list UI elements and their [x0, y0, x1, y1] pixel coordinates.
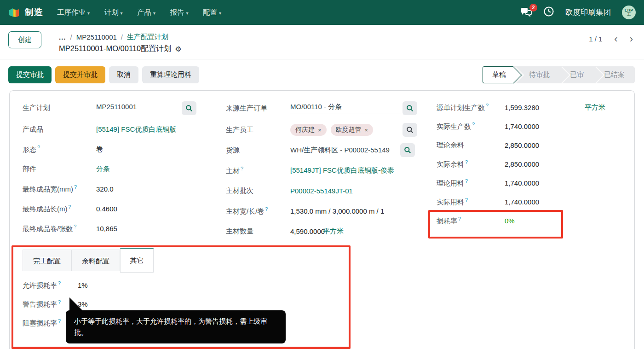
theoretical-usage-value: 1,740.0000	[505, 179, 539, 187]
pager-previous-icon[interactable]: ‹	[614, 35, 617, 43]
breadcrumb-current[interactable]: 生产配置计划	[127, 33, 168, 41]
field-production-plan: 生产计划 MP25110001	[23, 98, 196, 118]
help-icon[interactable]: ?	[465, 159, 468, 165]
help-icon[interactable]: ?	[74, 224, 76, 229]
source-mo-value[interactable]: MO/00110 - 分条	[290, 103, 401, 114]
help-icon[interactable]: ?	[472, 122, 475, 127]
field-component: 部件 分条	[23, 159, 196, 179]
create-button[interactable]: 创建	[8, 31, 41, 48]
theoretical-surplus-value: 2,850.0000	[505, 141, 539, 149]
status-pipeline: 草稿 待审批 已审 已结案	[483, 66, 635, 83]
submit-and-approve-button[interactable]: 提交并审批	[55, 66, 105, 83]
field-allowed-loss-rate: 允许损耗率? 1%	[23, 276, 345, 295]
employee-tag[interactable]: 何庆建×	[290, 124, 327, 136]
caret-down-icon: ▾	[186, 11, 188, 16]
help-icon[interactable]: ?	[458, 216, 461, 221]
help-icon[interactable]: ?	[465, 197, 468, 203]
company-name[interactable]: 欧度印刷集团	[565, 7, 611, 17]
gear-icon[interactable]: ⚙	[175, 45, 181, 53]
field-source-location: 货源 WH/生产领料区 - P00002-55149	[226, 140, 417, 160]
breadcrumb-separator: /	[70, 33, 72, 41]
app-name[interactable]: 制造	[25, 6, 43, 18]
help-icon[interactable]: ?	[74, 184, 77, 190]
recompute-theoretical-usage-button[interactable]: 重算理论用料	[142, 66, 199, 83]
notebook-tabs: 完工配置 余料配置 其它	[10, 250, 634, 271]
search-button[interactable]	[402, 123, 417, 137]
status-closed[interactable]: 已结案	[594, 66, 635, 83]
main-material-value[interactable]: [55149JT] FSC优质白底铜版-俊泰	[290, 166, 394, 175]
finished-product-value[interactable]: [55149] FSC优质白底铜版	[96, 125, 176, 134]
menu-planning[interactable]: 计划▾	[104, 8, 122, 16]
menu-reports[interactable]: 报告▾	[170, 8, 188, 16]
remove-tag-icon[interactable]: ×	[365, 127, 368, 134]
form-type-value[interactable]: 卷	[96, 145, 103, 154]
help-icon[interactable]: ?	[58, 318, 61, 324]
tab-other[interactable]: 其它	[120, 248, 154, 273]
record-title: MP25110001-MO/00110配置计划	[59, 44, 171, 54]
help-icon[interactable]: ?	[58, 280, 61, 286]
search-button[interactable]	[400, 143, 415, 157]
status-draft[interactable]: 草稿	[483, 66, 513, 83]
caret-down-icon: ▾	[87, 11, 90, 16]
menu-work-operations[interactable]: 工序作业▾	[57, 8, 90, 16]
field-planned-production-qty: 源单计划生产数? 1,599.3280 平方米	[437, 98, 634, 117]
help-icon[interactable]: ?	[69, 204, 71, 209]
pager: 1 / 1 ‹ ›	[589, 35, 633, 43]
activities-clock-icon[interactable]	[543, 6, 554, 19]
form-column-middle: 来源生产订单 MO/00110 - 分条 生产员工 何庆建× 欧度超管× 货源 …	[226, 98, 417, 241]
submit-approval-button[interactable]: 提交审批	[8, 66, 52, 83]
field-theoretical-surplus: 理论余料 2,850.0000	[437, 136, 634, 155]
help-icon[interactable]: ?	[241, 166, 243, 171]
search-button[interactable]	[402, 101, 417, 115]
field-main-material-dimensions: 主材宽/长/卷? 1,530.0 mm / 3,000.0000 m / 1	[226, 201, 417, 221]
main-material-qty-unit[interactable]: 平方米	[323, 227, 344, 236]
breadcrumb-parent[interactable]: MP25110001	[76, 33, 117, 41]
field-main-material: 主材? [55149JT] FSC优质白底铜版-俊泰	[226, 160, 417, 180]
form-column-right: 源单计划生产数? 1,599.3280 平方米 实际生产数? 1,740.000…	[437, 98, 634, 230]
field-source-mo: 来源生产订单 MO/00110 - 分条	[226, 98, 417, 118]
final-width-value[interactable]: 320.0	[96, 185, 114, 193]
menu-products[interactable]: 产品▾	[137, 8, 155, 16]
actual-production-qty-value: 1,740.0000	[505, 122, 539, 130]
allowed-loss-rate-value[interactable]: 1%	[78, 281, 88, 289]
menu-configuration[interactable]: 配置▾	[203, 8, 221, 16]
planned-production-qty-value: 1,599.3280	[505, 104, 574, 111]
planned-production-qty-unit[interactable]: 平方米	[585, 103, 605, 112]
messages-icon[interactable]: 2	[520, 7, 532, 17]
source-location-value[interactable]: WH/生产领料区 - P00002-55149	[290, 146, 400, 155]
field-finished-product: 产成品 [55149] FSC优质白底铜版	[23, 120, 196, 140]
help-icon[interactable]: ?	[465, 178, 468, 184]
main-menu: 工序作业▾ 计划▾ 产品▾ 报告▾ 配置▾	[57, 8, 234, 17]
action-bar: 提交审批 提交并审批 取消 重算理论用料 草稿 待审批 已审 已结案	[0, 59, 644, 90]
main-material-lot-value[interactable]: P00002-55149JT-01	[290, 187, 353, 195]
final-length-value[interactable]: 0.4600	[96, 205, 117, 213]
navbar-left: 制造 工序作业▾ 计划▾ 产品▾ 报告▾ 配置▾	[8, 6, 234, 18]
navbar-right: 2 欧度印刷集团 ERP 工	[520, 6, 636, 19]
help-icon[interactable]: ?	[265, 206, 268, 212]
breadcrumb: ... / MP25110001 / 生产配置计划 MP25110001-MO/…	[59, 31, 182, 54]
field-main-material-qty: 主材数量 4,590.0000 平方米	[226, 221, 417, 241]
field-actual-production-qty: 实际生产数? 1,740.0000	[437, 117, 634, 136]
app-logo-icon[interactable]	[8, 6, 20, 18]
cancel-button[interactable]: 取消	[109, 66, 138, 83]
search-button[interactable]	[182, 101, 196, 115]
help-icon[interactable]: ?	[37, 145, 40, 150]
main-material-qty-value[interactable]: 4,590.0000	[290, 227, 325, 235]
production-plan-value[interactable]: MP25110001	[96, 103, 180, 113]
employee-tag[interactable]: 欧度超管×	[331, 124, 374, 136]
user-avatar[interactable]: ERP 工	[622, 6, 636, 19]
field-final-roll-count: 最终成品卷/张数? 10,865	[23, 219, 196, 238]
actual-surplus-value: 2,850.0000	[505, 160, 539, 168]
remove-tag-icon[interactable]: ×	[318, 127, 322, 134]
tab-completion-config[interactable]: 完工配置	[23, 250, 71, 271]
field-main-material-lot: 主材批次 P00002-55149JT-01	[226, 180, 417, 201]
pager-next-icon[interactable]: ›	[630, 35, 633, 43]
breadcrumb-ellipsis[interactable]: ...	[59, 33, 66, 41]
component-value[interactable]: 分条	[96, 165, 110, 174]
help-icon[interactable]: ?	[486, 103, 489, 108]
loss-rate-value: 0%	[505, 217, 515, 225]
tab-surplus-config[interactable]: 余料配置	[71, 250, 120, 271]
main-material-dimensions-value[interactable]: 1,530.0 mm / 3,000.0000 m / 1	[290, 207, 384, 215]
help-icon[interactable]: ?	[58, 299, 61, 305]
final-roll-count-value[interactable]: 10,865	[96, 225, 117, 233]
